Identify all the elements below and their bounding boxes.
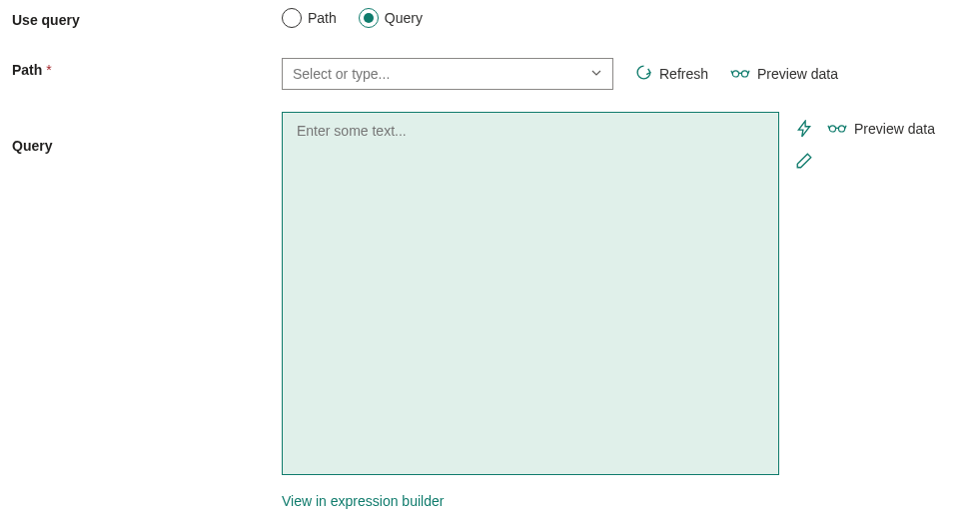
glasses-icon — [827, 121, 847, 138]
radio-query-label: Query — [385, 10, 423, 26]
radio-query[interactable]: Query — [359, 8, 423, 28]
radio-unchecked-icon — [282, 8, 302, 28]
path-select[interactable]: Select or type... — [282, 58, 613, 90]
chevron-down-icon — [590, 66, 602, 82]
radio-path[interactable]: Path — [282, 8, 337, 28]
svg-point-1 — [741, 70, 747, 76]
preview-data-button[interactable]: Preview data — [730, 66, 838, 83]
svg-point-2 — [829, 125, 835, 131]
preview-data-query-label: Preview data — [854, 121, 935, 137]
svg-point-0 — [732, 70, 738, 76]
path-label: Path * — [12, 58, 282, 78]
expression-builder-link[interactable]: View in expression builder — [282, 493, 935, 509]
preview-data-query-button[interactable]: Preview data — [827, 121, 935, 138]
use-query-label: Use query — [12, 8, 282, 28]
refresh-button[interactable]: Refresh — [635, 64, 708, 84]
preview-data-label: Preview data — [757, 66, 838, 82]
query-label: Query — [12, 112, 282, 154]
refresh-label: Refresh — [659, 66, 708, 82]
radio-checked-icon — [359, 8, 379, 28]
glasses-icon — [730, 66, 750, 83]
radio-path-label: Path — [308, 10, 337, 26]
query-input[interactable] — [282, 112, 779, 475]
path-select-placeholder: Select or type... — [293, 66, 390, 82]
use-query-radio-group: Path Query — [282, 8, 423, 28]
refresh-icon — [635, 64, 652, 84]
pencil-icon[interactable] — [795, 152, 813, 170]
lightning-icon[interactable] — [795, 120, 813, 138]
required-asterisk: * — [46, 62, 51, 78]
svg-point-3 — [838, 125, 844, 131]
